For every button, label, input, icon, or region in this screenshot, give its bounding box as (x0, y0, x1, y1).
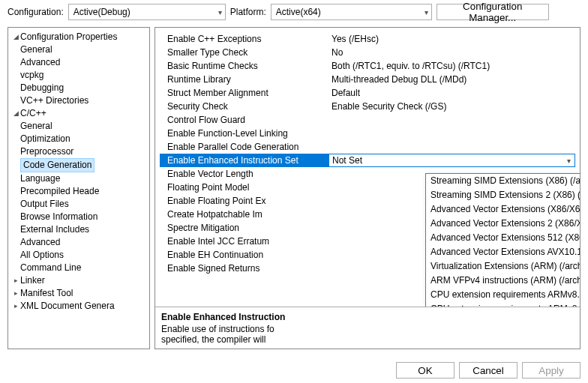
chevron-right-icon: ▸ (11, 300, 20, 313)
chevron-down-icon: ◢ (11, 107, 20, 120)
tree-item[interactable]: ▸Manifest Tool (8, 287, 149, 300)
property-row[interactable]: Control Flow Guard (160, 113, 575, 127)
property-row[interactable]: Enable Enhanced Instruction SetNot Set▾ (160, 154, 575, 167)
tree-item-label: Configuration Properties (20, 31, 117, 43)
property-row[interactable]: Enable C++ ExceptionsYes (/EHsc) (160, 32, 575, 46)
dropdown-option[interactable]: Streaming SIMD Extensions (X86) (/arch:S… (426, 174, 580, 188)
dropdown-option[interactable]: CPU extension requirements ARMv8.1-A (AR… (426, 302, 580, 307)
tree-item[interactable]: Command Line (8, 262, 149, 274)
chevron-down-icon: ◢ (11, 31, 20, 43)
dropdown-option[interactable]: CPU extension requirements ARMv8.0-A (AR… (426, 288, 580, 302)
footer-buttons: OK Cancel Apply (396, 362, 580, 379)
property-value[interactable]: Default (328, 88, 575, 98)
configuration-label: Configuration: (8, 7, 64, 17)
tree-item-label: XML Document Genera (20, 300, 115, 313)
tree-item-label: General (20, 120, 52, 133)
chevron-right-icon: ▸ (11, 287, 20, 300)
description-body: Enable use of instructions fo (161, 324, 574, 334)
description-body2: specified, the compiler will (161, 334, 574, 345)
tree-item-label: Preprocessor (20, 145, 74, 158)
tree-root[interactable]: ◢Configuration Properties (8, 31, 149, 43)
tree-item-label: Advanced (20, 56, 60, 69)
tree-item[interactable]: vcpkg (8, 69, 149, 82)
tree-item-label: Optimization (20, 133, 70, 145)
property-name: Enable Function-Level Linking (160, 128, 328, 139)
tree-item[interactable]: General (8, 43, 149, 56)
tree-item-label: VC++ Directories (20, 94, 88, 107)
dropdown-option[interactable]: Advanced Vector Extensions AVX10.1 (X86/… (426, 245, 580, 259)
property-row[interactable]: Security CheckEnable Security Check (/GS… (160, 100, 575, 113)
property-name: Spectre Mitigation (160, 223, 328, 233)
property-value[interactable]: Not Set▾ (328, 154, 575, 167)
property-name: Enable Enhanced Instruction Set (160, 155, 328, 166)
property-name: Enable EH Continuation (160, 250, 328, 260)
tree-item-label: Language (20, 172, 60, 185)
chevron-down-icon: ▾ (218, 8, 222, 16)
cancel-button[interactable]: Cancel (459, 362, 518, 379)
property-value[interactable]: Multi-threaded Debug DLL (/MDd) (328, 74, 575, 85)
tree-item-label: General (20, 43, 52, 56)
property-value[interactable]: Both (/RTC1, equiv. to /RTCsu) (/RTC1) (328, 61, 575, 71)
configuration-combo[interactable]: Active(Debug) ▾ (68, 4, 226, 20)
property-name: Enable Vector Length (160, 169, 328, 179)
property-row[interactable]: Basic Runtime ChecksBoth (/RTC1, equiv. … (160, 59, 575, 73)
property-name: Security Check (160, 101, 328, 112)
ok-button[interactable]: OK (396, 362, 454, 379)
tree-item[interactable]: Preprocessor (8, 145, 149, 158)
property-value[interactable]: No (328, 47, 575, 58)
tree-item-label: Linker (20, 274, 45, 287)
tree-item-label: Command Line (20, 262, 81, 274)
platform-label: Platform: (230, 7, 266, 17)
configuration-manager-button[interactable]: Configuration Manager... (436, 4, 549, 20)
platform-combo[interactable]: Active(x64) ▾ (271, 4, 432, 20)
property-pane: Enable C++ ExceptionsYes (/EHsc)Smaller … (154, 27, 580, 349)
tree-item[interactable]: ▸Linker (8, 274, 149, 287)
property-name: Control Flow Guard (160, 115, 328, 125)
tree-item-label: All Options (20, 249, 64, 262)
instruction-set-dropdown[interactable]: Streaming SIMD Extensions (X86) (/arch:S… (425, 173, 580, 307)
tree-pane: ◢Configuration PropertiesGeneralAdvanced… (8, 27, 150, 349)
dropdown-option[interactable]: Advanced Vector Extensions (X86/X64) (/a… (426, 202, 580, 217)
property-row[interactable]: Runtime LibraryMulti-threaded Debug DLL … (160, 73, 575, 86)
dropdown-option[interactable]: Streaming SIMD Extensions 2 (X86) (/arch… (426, 188, 580, 202)
property-row[interactable]: Enable Function-Level Linking (160, 127, 575, 140)
dropdown-option[interactable]: Advanced Vector Extensions 2 (X86/X64) (… (426, 217, 580, 231)
property-name: Struct Member Alignment (160, 88, 328, 98)
property-row[interactable]: Struct Member AlignmentDefault (160, 86, 575, 100)
property-name: Enable Floating Point Ex (160, 196, 328, 206)
platform-value: Active(x64) (276, 7, 321, 17)
tree-item[interactable]: Browse Information (8, 211, 149, 223)
tree-item[interactable]: Output Files (8, 198, 149, 211)
property-row[interactable]: Smaller Type CheckNo (160, 46, 575, 59)
property-name: Floating Point Model (160, 182, 328, 193)
dropdown-option[interactable]: Virtualization Extensions (ARM) (/arch:A… (426, 259, 580, 274)
tree-item[interactable]: Language (8, 172, 149, 185)
dropdown-option[interactable]: ARM VFPv4 instructions (ARM) (/arch:VFPv… (426, 274, 580, 288)
description-pane: Enable Enhanced Instruction Enable use o… (155, 307, 580, 349)
tree-item[interactable]: Advanced (8, 236, 149, 249)
tree-item[interactable]: Advanced (8, 56, 149, 69)
tree-item[interactable]: Precompiled Heade (8, 185, 149, 198)
tree-item[interactable]: Optimization (8, 133, 149, 145)
dropdown-option[interactable]: Advanced Vector Extensions 512 (X86/X64)… (426, 231, 580, 245)
property-name: Create Hotpatchable Im (160, 209, 328, 220)
chevron-down-icon: ▾ (424, 8, 428, 16)
tree-item[interactable]: General (8, 120, 149, 133)
chevron-right-icon: ▸ (11, 274, 20, 287)
config-tree[interactable]: ◢Configuration PropertiesGeneralAdvanced… (8, 28, 149, 316)
tree-item[interactable]: VC++ Directories (8, 94, 149, 107)
apply-button[interactable]: Apply (522, 362, 580, 379)
property-value[interactable]: Enable Security Check (/GS) (328, 101, 575, 112)
top-toolbar: Configuration: Active(Debug) ▾ Platform:… (0, 0, 588, 27)
property-value[interactable]: Yes (/EHsc) (328, 34, 575, 44)
property-name: Enable C++ Exceptions (160, 34, 328, 44)
property-row[interactable]: Enable Parallel Code Generation (160, 140, 575, 154)
tree-item[interactable]: Code Generation (8, 158, 149, 172)
property-name: Basic Runtime Checks (160, 61, 328, 71)
tree-item[interactable]: All Options (8, 249, 149, 262)
tree-item[interactable]: ▸XML Document Genera (8, 300, 149, 313)
tree-item[interactable]: Debugging (8, 82, 149, 94)
tree-cc[interactable]: ◢C/C++ (8, 107, 149, 120)
tree-item[interactable]: External Includes (8, 223, 149, 236)
tree-item-label: Debugging (20, 82, 64, 94)
